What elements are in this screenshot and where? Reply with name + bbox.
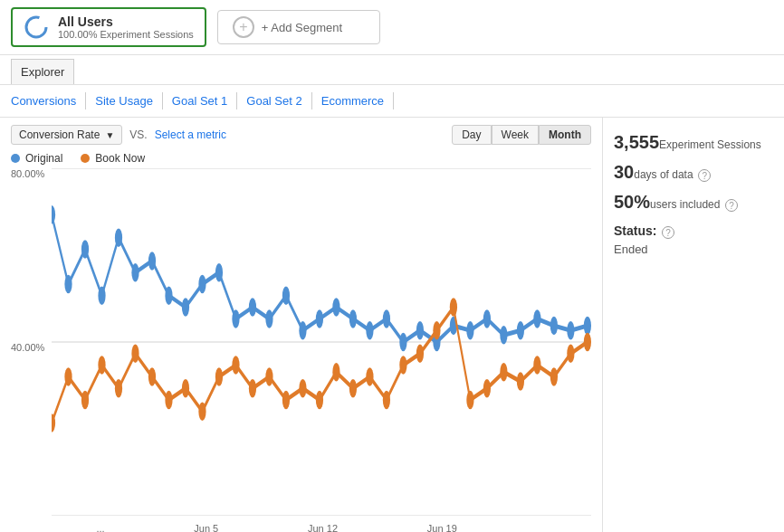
svg-point-40 [98, 356, 105, 374]
segment-icon [24, 14, 49, 40]
add-segment-label: + Add Segment [262, 21, 342, 34]
status-label: Status: [614, 223, 656, 238]
svg-point-50 [265, 367, 272, 385]
svg-point-26 [416, 321, 424, 339]
y-label-top: 80.00% [11, 168, 52, 179]
svg-point-12 [182, 298, 189, 316]
svg-point-46 [198, 403, 206, 421]
time-btn-day[interactable]: Day [452, 125, 491, 145]
right-panel: 3,555Experiment Sessions 30days of data … [603, 118, 784, 532]
svg-point-15 [232, 309, 239, 328]
svg-point-67 [550, 367, 558, 385]
main-area: Conversion Rate ▼ VS. Select a metric Da… [0, 118, 784, 532]
legend-booknow-label: Book Now [95, 152, 145, 165]
svg-point-10 [148, 252, 156, 270]
svg-point-21 [332, 298, 339, 316]
svg-point-5 [64, 275, 72, 293]
time-btn-month[interactable]: Month [539, 125, 591, 145]
dropdown-arrow-icon: ▼ [105, 130, 114, 140]
svg-point-4 [52, 205, 55, 223]
svg-point-61 [450, 298, 457, 316]
days-number: 30 [614, 162, 634, 182]
subnav-conversions[interactable]: Conversions [11, 92, 86, 109]
experiment-sessions-label: Experiment Sessions [659, 138, 761, 151]
svg-point-18 [282, 287, 290, 305]
add-segment-icon: + [233, 16, 254, 38]
time-btn-week[interactable]: Week [492, 125, 539, 145]
svg-point-63 [483, 379, 491, 397]
svg-point-62 [466, 391, 473, 409]
chart-svg [52, 168, 591, 516]
users-stat: 50%users included ? [614, 192, 773, 213]
users-number: 50% [614, 192, 650, 212]
segment-sub: 100.00% Experiment Sessions [58, 29, 194, 40]
svg-point-17 [265, 309, 272, 328]
segment-bar: All Users 100.00% Experiment Sessions + … [0, 0, 784, 55]
svg-point-8 [115, 229, 122, 247]
svg-point-51 [282, 391, 290, 409]
svg-point-59 [416, 345, 424, 363]
svg-point-16 [249, 298, 256, 316]
chart-canvas: 80.00% 40.00% [11, 168, 591, 532]
subnav-site-usage[interactable]: Site Usage [86, 92, 163, 109]
chart-x-labels: ... Jun 5 Jun 12 Jun 19 [52, 523, 591, 532]
svg-point-68 [567, 345, 574, 363]
svg-point-35 [567, 321, 574, 339]
time-buttons: Day Week Month [452, 125, 591, 145]
svg-point-6 [81, 240, 89, 258]
svg-point-52 [299, 379, 306, 397]
svg-point-36 [584, 317, 591, 335]
add-segment-button[interactable]: + + Add Segment [217, 10, 380, 44]
svg-point-30 [483, 309, 491, 328]
svg-point-24 [383, 309, 390, 328]
x-label-jun5: Jun 5 [194, 523, 218, 532]
segment-name: All Users [58, 14, 194, 29]
subnav-goal-set-1[interactable]: Goal Set 1 [163, 92, 237, 109]
svg-point-7 [98, 287, 105, 305]
tab-bar: Explorer [0, 55, 784, 85]
svg-point-0 [26, 17, 46, 37]
users-label: users included [650, 198, 720, 211]
status-value: Ended [614, 242, 773, 256]
chart-controls: Conversion Rate ▼ VS. Select a metric Da… [11, 125, 591, 145]
svg-point-66 [533, 356, 540, 374]
svg-point-33 [533, 309, 540, 328]
svg-point-11 [165, 287, 172, 305]
legend-original-dot [11, 154, 20, 163]
svg-point-23 [366, 321, 373, 339]
experiment-sessions-stat: 3,555Experiment Sessions [614, 132, 773, 153]
svg-point-22 [349, 309, 357, 328]
svg-point-47 [215, 367, 223, 385]
users-help-icon[interactable]: ? [725, 199, 738, 212]
svg-point-9 [131, 263, 139, 281]
svg-point-57 [383, 391, 390, 409]
segment-info: All Users 100.00% Experiment Sessions [58, 14, 194, 40]
sub-nav: Conversions Site Usage Goal Set 1 Goal S… [0, 85, 784, 118]
svg-point-20 [316, 309, 323, 328]
svg-point-13 [198, 275, 206, 293]
all-users-segment[interactable]: All Users 100.00% Experiment Sessions [11, 7, 206, 47]
days-help-icon[interactable]: ? [698, 169, 711, 182]
svg-point-60 [433, 321, 440, 339]
subnav-ecommerce[interactable]: Ecommerce [312, 92, 394, 109]
status-help-icon[interactable]: ? [662, 226, 674, 239]
svg-point-48 [232, 356, 239, 374]
svg-point-55 [349, 379, 357, 397]
svg-point-39 [81, 391, 89, 409]
svg-point-43 [148, 367, 156, 385]
y-label-mid: 40.00% [11, 342, 52, 353]
metric-dropdown-label: Conversion Rate [19, 128, 100, 141]
legend-original-label: Original [25, 152, 62, 165]
x-label-jun19: Jun 19 [427, 523, 457, 532]
svg-point-31 [500, 326, 507, 344]
select-metric-link[interactable]: Select a metric [155, 128, 226, 141]
subnav-goal-set-2[interactable]: Goal Set 2 [237, 92, 311, 109]
svg-point-65 [517, 372, 524, 390]
svg-point-42 [131, 345, 139, 363]
x-label-jun12: Jun 12 [308, 523, 338, 532]
tab-explorer[interactable]: Explorer [11, 59, 74, 84]
metric-dropdown[interactable]: Conversion Rate ▼ [11, 125, 122, 145]
svg-point-64 [500, 363, 507, 381]
svg-point-14 [215, 263, 223, 281]
svg-point-53 [316, 391, 323, 409]
